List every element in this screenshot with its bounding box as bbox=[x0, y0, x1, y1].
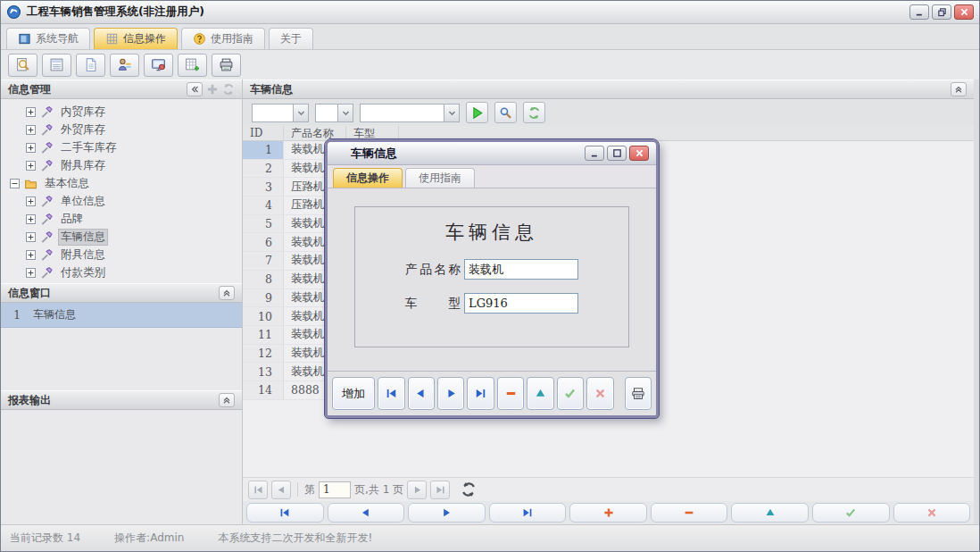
column-header-id[interactable]: ID bbox=[243, 126, 284, 140]
cell-id[interactable]: 8 bbox=[243, 271, 284, 289]
user-chart-button[interactable] bbox=[110, 54, 139, 77]
combo-arrow-icon[interactable] bbox=[293, 105, 308, 121]
model-input[interactable] bbox=[464, 293, 578, 314]
monitor-button[interactable] bbox=[144, 54, 173, 77]
expand-plus-icon[interactable] bbox=[26, 125, 36, 135]
table-add-button[interactable] bbox=[178, 54, 207, 77]
sidebar-item-8[interactable]: 车辆信息 bbox=[1, 228, 242, 246]
sidebar-item-2[interactable]: 外贸库存 bbox=[1, 121, 242, 138]
page-number-input[interactable] bbox=[319, 481, 351, 498]
page-first-button[interactable] bbox=[248, 481, 268, 499]
dialog-last-button[interactable] bbox=[467, 377, 494, 410]
filter-combo-3[interactable] bbox=[360, 104, 460, 122]
cell-id[interactable]: 2 bbox=[243, 160, 284, 179]
sidebar-item-7[interactable]: 品牌 bbox=[1, 210, 242, 228]
product-name-input[interactable] bbox=[464, 259, 578, 280]
dialog-remove-button[interactable] bbox=[497, 377, 524, 410]
dialog-minimize-button[interactable] bbox=[585, 146, 604, 161]
cell-id[interactable]: 4 bbox=[243, 197, 284, 215]
nav-first-button[interactable] bbox=[246, 503, 324, 523]
dialog-edit-button[interactable] bbox=[527, 377, 553, 410]
page-prev-button[interactable] bbox=[271, 481, 291, 499]
tab-2[interactable]: 信息操作 bbox=[94, 28, 178, 49]
play-button[interactable] bbox=[466, 102, 488, 123]
cell-id[interactable]: 1 bbox=[243, 141, 284, 160]
nav-add-button[interactable] bbox=[569, 503, 647, 523]
sidebar-item-1[interactable]: 内贸库存 bbox=[1, 103, 242, 121]
add-node-icon[interactable] bbox=[206, 83, 219, 96]
sidebar-item-5[interactable]: 基本信息 bbox=[1, 174, 242, 192]
expand-plus-icon[interactable] bbox=[26, 197, 36, 206]
cell-id[interactable]: 14 bbox=[243, 381, 284, 400]
minimize-button[interactable] bbox=[909, 4, 929, 20]
column-header-model[interactable]: 车型 bbox=[346, 126, 399, 140]
nav-edit-button[interactable] bbox=[731, 503, 809, 523]
dialog-print-button[interactable] bbox=[625, 377, 652, 410]
expand-minus-icon[interactable] bbox=[10, 179, 20, 188]
nav-remove-button[interactable] bbox=[651, 503, 728, 523]
restore-button[interactable] bbox=[932, 4, 951, 20]
copy-doc-button[interactable] bbox=[76, 54, 105, 77]
page-last-button[interactable] bbox=[430, 481, 450, 499]
combo-arrow-icon[interactable] bbox=[444, 105, 459, 121]
open-window-item-1[interactable]: 1车辆信息 bbox=[1, 303, 242, 328]
search-doc-button[interactable] bbox=[8, 54, 37, 77]
dialog-close-button[interactable] bbox=[629, 146, 649, 161]
expand-plus-icon[interactable] bbox=[26, 250, 36, 260]
tab-4[interactable]: 关于 bbox=[269, 28, 313, 49]
collapse-main-panel-button[interactable] bbox=[951, 82, 967, 96]
cell-id[interactable]: 13 bbox=[243, 363, 284, 381]
expand-plus-icon[interactable] bbox=[26, 161, 36, 171]
dialog-tab-info-operation[interactable]: 信息操作 bbox=[333, 168, 403, 188]
sidebar-item-6[interactable]: 单位信息 bbox=[1, 192, 242, 210]
locate-button[interactable] bbox=[494, 102, 517, 123]
expand-plus-icon[interactable] bbox=[26, 107, 36, 117]
collapse-sidebar-button[interactable] bbox=[187, 82, 203, 96]
expand-plus-icon[interactable] bbox=[26, 232, 36, 242]
dialog-tab-usage-guide[interactable]: 使用指南 bbox=[405, 168, 475, 188]
tab-1[interactable]: 系统导航 bbox=[6, 28, 90, 49]
expand-plus-icon[interactable] bbox=[26, 268, 36, 278]
cell-id[interactable]: 6 bbox=[243, 233, 284, 252]
close-button[interactable] bbox=[954, 4, 974, 20]
sidebar-item-3[interactable]: 二手车库存 bbox=[1, 138, 242, 156]
column-header-name[interactable]: 产品名称 bbox=[284, 126, 346, 140]
page-next-button[interactable] bbox=[407, 481, 427, 499]
dialog-maximize-button[interactable] bbox=[607, 146, 627, 161]
nav-ok-button[interactable] bbox=[812, 503, 890, 523]
filter-combo-2[interactable] bbox=[315, 104, 353, 122]
add-record-button[interactable]: 增加 bbox=[332, 377, 375, 410]
cell-id[interactable]: 9 bbox=[243, 289, 284, 308]
refresh-tree-icon[interactable] bbox=[222, 83, 235, 96]
sidebar-item-10[interactable]: 付款类别 bbox=[1, 263, 242, 281]
page-refresh-icon[interactable] bbox=[461, 481, 477, 498]
collapse-window-panel-button[interactable] bbox=[219, 286, 235, 300]
combo-arrow-icon[interactable] bbox=[337, 105, 353, 121]
nav-prev-button[interactable] bbox=[328, 503, 405, 523]
dialog-prev-button[interactable] bbox=[408, 377, 435, 410]
nav-cancel-button[interactable] bbox=[893, 503, 971, 523]
printer-tray-button[interactable] bbox=[212, 54, 241, 77]
dialog-titlebar[interactable]: 车辆信息 bbox=[328, 142, 656, 165]
dialog-first-button[interactable] bbox=[378, 377, 404, 410]
cell-id[interactable]: 11 bbox=[243, 326, 284, 345]
filter-combo-1[interactable] bbox=[252, 104, 309, 122]
sidebar-item-9[interactable]: 附具信息 bbox=[1, 246, 242, 263]
dialog-ok-button[interactable] bbox=[557, 377, 584, 410]
collapse-report-panel-button[interactable] bbox=[219, 393, 235, 407]
dialog-next-button[interactable] bbox=[437, 377, 464, 410]
cell-id[interactable]: 10 bbox=[243, 307, 284, 326]
cell-id[interactable]: 12 bbox=[243, 345, 284, 364]
nav-next-button[interactable] bbox=[408, 503, 486, 523]
cell-id[interactable]: 7 bbox=[243, 252, 284, 271]
form-button[interactable] bbox=[42, 54, 71, 77]
cell-id[interactable]: 3 bbox=[243, 178, 284, 197]
expand-plus-icon[interactable] bbox=[26, 214, 36, 224]
sidebar-item-4[interactable]: 附具库存 bbox=[1, 156, 242, 174]
cell-id[interactable]: 5 bbox=[243, 215, 284, 234]
refresh-green-button[interactable] bbox=[523, 102, 545, 123]
nav-last-button[interactable] bbox=[489, 503, 567, 523]
expand-plus-icon[interactable] bbox=[26, 143, 36, 153]
tab-3[interactable]: 使用指南 bbox=[181, 28, 265, 49]
dialog-cancel-button[interactable] bbox=[586, 377, 613, 410]
